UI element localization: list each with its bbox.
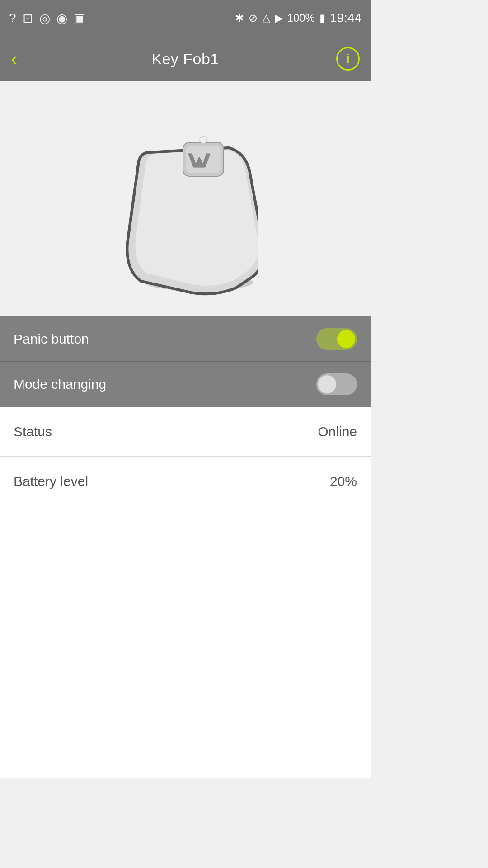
shield-icon: ◉ [56,11,67,26]
info-button[interactable]: i [336,47,360,71]
mode-changing-toggle[interactable] [316,373,357,395]
mode-changing-row: Mode changing [0,362,371,407]
status-bar-left: ? ⊡ ◎ ◉ ▣ [9,11,85,26]
settings-section: Panic button Mode changing [0,316,371,407]
panic-button-row: Panic button [0,316,371,362]
status-label: Status [14,424,52,439]
image-icon: ⊡ [23,11,33,26]
battery-level-value: 20% [330,474,357,489]
keyfob-image [113,102,258,296]
info-section: Status Online Battery level 20% [0,407,371,506]
wifi-icon: △ [262,12,270,24]
panic-button-label: Panic button [14,331,89,347]
mode-changing-knob [318,375,336,393]
status-time: 19:44 [330,11,361,25]
battery-percent: 100% [287,12,315,24]
device-image-area [0,81,371,316]
bluetooth-icon: ✱ [235,12,244,24]
phone-icon: ▣ [74,11,85,26]
question-icon: ? [9,11,16,25]
title-bar: ‹ Key Fob1 i [0,36,371,81]
panic-button-toggle[interactable] [316,328,357,350]
signal-icon: ▶ [275,12,283,24]
mode-changing-label: Mode changing [14,377,106,392]
battery-level-label: Battery level [14,474,88,489]
page-title: Key Fob1 [151,50,219,68]
back-button[interactable]: ‹ [11,49,18,69]
panic-button-knob [337,330,355,348]
mute-icon: ⊘ [249,12,258,24]
svg-point-3 [200,136,207,143]
location-icon: ◎ [39,11,50,26]
status-row: Status Online [0,407,371,457]
battery-icon: ▮ [319,12,325,24]
status-bar-right: ✱ ⊘ △ ▶ 100% ▮ 19:44 [235,11,361,25]
status-value: Online [318,424,357,439]
battery-level-row: Battery level 20% [0,457,371,506]
white-area [0,506,371,778]
status-bar: ? ⊡ ◎ ◉ ▣ ✱ ⊘ △ ▶ 100% ▮ 19:44 [0,0,371,36]
